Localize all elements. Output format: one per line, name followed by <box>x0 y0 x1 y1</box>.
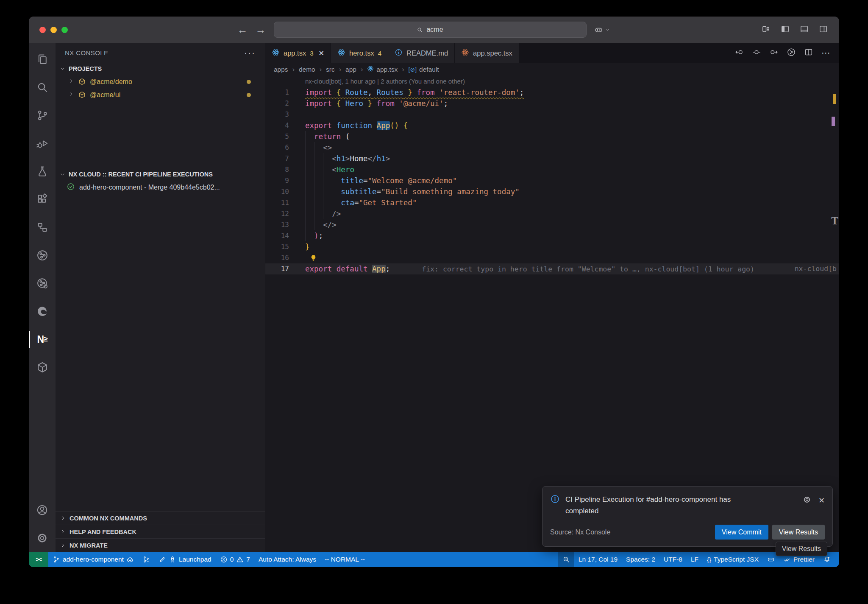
notification-settings-icon[interactable] <box>803 495 811 506</box>
package-explorer-icon <box>36 361 49 374</box>
activity-item-nx-cloud[interactable] <box>29 241 56 269</box>
view-results-button[interactable]: View Results <box>772 525 825 540</box>
activity-item-extensions[interactable] <box>29 185 56 213</box>
sidebar: NX CONSOLE ··· PROJECTS @acme/demo@acme/… <box>56 43 265 552</box>
view-commit-button[interactable]: View Commit <box>715 525 768 540</box>
editor-action-nav-circle[interactable] <box>752 48 761 59</box>
activity-item-package-explorer[interactable] <box>29 353 56 381</box>
close-icon[interactable]: ✕ <box>818 496 825 505</box>
account-icon <box>36 504 48 516</box>
editor-action-run-circle[interactable] <box>787 48 796 59</box>
breadcrumb-item-app[interactable]: app <box>345 66 356 73</box>
project-item[interactable]: @acme/demo <box>56 75 265 88</box>
statusbar-indentation[interactable]: Spaces: 2 <box>622 552 659 567</box>
zoomout-icon <box>562 556 570 563</box>
titlebar-customize-layout[interactable] <box>761 24 771 36</box>
tab-app.spec.tsx[interactable]: app.spec.tsx <box>455 43 519 63</box>
minimize-window-button[interactable] <box>50 27 57 33</box>
titlebar-toggle-primary-sidebar[interactable] <box>780 24 790 36</box>
nx-cloud-section-header[interactable]: NX CLOUD :: RECENT CI PIPELINE EXECUTION… <box>56 168 265 181</box>
statusbar-language-mode[interactable]: {}TypeScript JSX <box>703 552 763 567</box>
line-number: 17 <box>265 263 289 274</box>
code-line-content: /> <box>305 208 341 219</box>
statusbar-cursor-position[interactable]: Ln 17, Col 19 <box>574 552 622 567</box>
project-label: @acme/ui <box>90 91 120 99</box>
breadcrumb-item-default[interactable]: [⊘]default <box>409 66 439 73</box>
line-number: 10 <box>265 186 289 197</box>
activity-item-run-debug[interactable] <box>29 129 56 157</box>
editor-more-actions-icon[interactable]: ⋯ <box>821 48 831 58</box>
statusbar-problems[interactable]: 07 <box>216 552 254 567</box>
chevron-down-icon <box>605 27 610 33</box>
edge-tools-icon <box>36 305 49 318</box>
code-line-content: return ( <box>305 131 350 142</box>
editor-action-nav-back[interactable] <box>734 48 744 59</box>
statusbar-launchpad[interactable]: Launchpad <box>154 552 216 567</box>
collapsed-section-help-and-feedback[interactable]: HELP AND FEEDBACK <box>56 525 265 538</box>
statusbar-remote-indicator[interactable]: >< <box>29 552 48 567</box>
editor-action-nav-forward[interactable] <box>769 48 779 59</box>
chevron-right-icon <box>68 78 74 84</box>
inline-git-blame: fix: correct typo in hero title from "We… <box>422 265 754 273</box>
activity-item-edge-tools[interactable] <box>29 297 56 325</box>
code-line-2: 2import { Hero } from '@acme/ui'; <box>265 98 839 109</box>
statusbar-eol[interactable]: LF <box>687 552 703 567</box>
statusbar-git-branch[interactable]: add-hero-component <box>48 552 138 567</box>
activity-item-settings[interactable] <box>29 524 56 552</box>
quick-fix-lightbulb-icon[interactable] <box>309 252 317 263</box>
copilot-menu[interactable] <box>594 25 610 34</box>
collapsed-section-nx-migrate[interactable]: NX MIGRATE <box>56 538 265 552</box>
projects-section-header[interactable]: PROJECTS <box>56 62 265 75</box>
line-number: 5 <box>265 131 289 142</box>
react-icon <box>272 48 280 56</box>
line-number: 16 <box>265 252 289 263</box>
activity-item-explorer[interactable] <box>29 45 56 73</box>
titlebar-toggle-secondary-sidebar[interactable] <box>818 24 828 36</box>
chevron-right-icon <box>60 528 66 535</box>
tab-app.tsx[interactable]: app.tsx3✕ <box>265 43 331 63</box>
titlebar-toggle-panel[interactable] <box>799 24 809 36</box>
extensions-icon <box>36 193 49 206</box>
code-line-3: 3 <box>265 109 839 120</box>
code-line-content: } <box>305 241 310 252</box>
close-tab-icon[interactable]: ✕ <box>319 49 324 57</box>
statusbar-encoding[interactable]: UTF-8 <box>659 552 687 567</box>
testing-icon <box>36 165 49 178</box>
breadcrumb-item-demo[interactable]: demo <box>299 66 315 73</box>
activity-item-search[interactable] <box>29 73 56 101</box>
rocket-icon <box>169 556 176 563</box>
maximize-window-button[interactable] <box>61 27 68 33</box>
tab-README.md[interactable]: README.md <box>388 43 455 63</box>
code-line-15: 15} <box>265 241 839 252</box>
code-editor[interactable]: nx-cloud[bot], 1 hour ago | 2 authors (Y… <box>265 76 839 552</box>
activity-item-source-control[interactable] <box>29 101 56 129</box>
history-forward-button[interactable]: → <box>256 25 266 35</box>
breadcrumb-item-apps[interactable]: apps <box>274 66 288 73</box>
history-back-button[interactable]: ← <box>237 25 248 35</box>
tab-label: app.tsx <box>284 49 306 57</box>
activity-item-account[interactable] <box>29 496 56 524</box>
project-item[interactable]: @acme/ui <box>56 88 265 101</box>
pipeline-execution-item[interactable]: add-hero-component - Merge 409b44e5cb02.… <box>56 181 265 194</box>
activity-item-testing[interactable] <box>29 157 56 185</box>
breadcrumb-item-src[interactable]: src <box>326 66 335 73</box>
collapsed-section-common-nx-commands[interactable]: COMMON NX COMMANDS <box>56 511 265 525</box>
statusbar-auto-attach[interactable]: Auto Attach: Always <box>254 552 320 567</box>
statusbar-commit-graph[interactable] <box>138 552 154 567</box>
code-line-content: <h1>Home</h1> <box>305 153 390 164</box>
command-center-search[interactable]: acme <box>274 22 587 38</box>
statusbar-zoom-indicator[interactable] <box>558 552 574 567</box>
editor-action-split-editor[interactable] <box>804 48 813 59</box>
tab-label: README.md <box>406 49 448 57</box>
activity-item-nx[interactable]: N≥ <box>29 325 56 353</box>
editor-actions: ⋯ <box>734 43 839 63</box>
activity-item-gitlens[interactable] <box>29 269 56 297</box>
explorer-icon <box>36 53 49 66</box>
tab-hero.tsx[interactable]: hero.tsx4 <box>331 43 388 63</box>
activity-item-project-graph[interactable] <box>29 213 56 241</box>
breadcrumb-item-app.tsx[interactable]: app.tsx <box>367 65 398 74</box>
statusbar-vim-mode[interactable]: -- NORMAL -- <box>320 552 369 567</box>
more-actions-icon[interactable]: ··· <box>244 48 256 58</box>
gitlens-icon <box>36 277 49 290</box>
close-window-button[interactable] <box>39 27 46 33</box>
